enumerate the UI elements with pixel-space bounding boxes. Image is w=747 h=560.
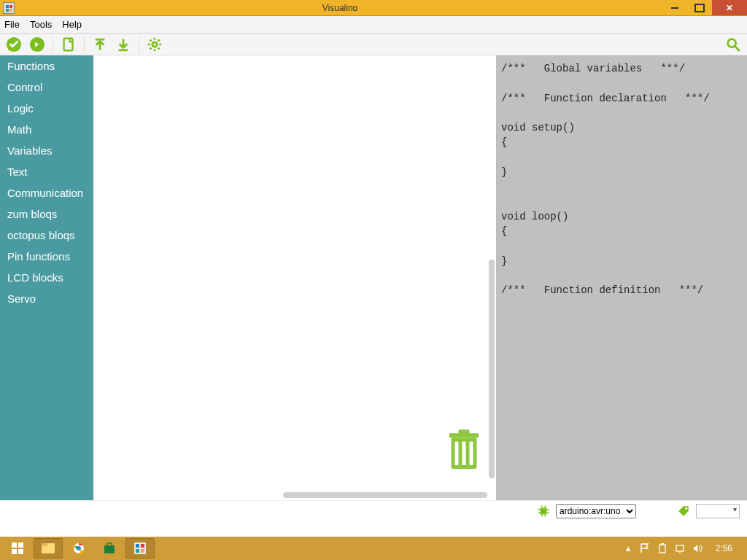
svg-rect-46 xyxy=(141,549,144,553)
taskbar-store-icon[interactable] xyxy=(95,538,124,559)
sidebar-item-variables[interactable]: Variables xyxy=(0,140,93,161)
taskbar-chrome-icon[interactable] xyxy=(64,538,93,559)
minimize-button[interactable] xyxy=(662,0,687,15)
window-titlebar: Visualino xyxy=(0,0,747,16)
block-canvas-container xyxy=(93,55,496,500)
svg-line-15 xyxy=(735,47,740,51)
toolbar-separator xyxy=(139,36,139,52)
svg-rect-43 xyxy=(136,544,139,548)
svg-rect-44 xyxy=(141,544,144,548)
svg-rect-49 xyxy=(676,545,684,551)
svg-point-31 xyxy=(685,507,687,509)
svg-rect-34 xyxy=(12,549,17,554)
sidebar-item-zum-bloqs[interactable]: zum bloqs xyxy=(0,203,93,225)
svg-line-12 xyxy=(150,48,151,50)
upload-arrow-icon[interactable] xyxy=(29,36,45,52)
tray-battery-icon[interactable] xyxy=(657,543,667,553)
tray-chevron-up-icon[interactable]: ▲ xyxy=(624,544,632,553)
menu-file[interactable]: File xyxy=(4,19,20,30)
svg-rect-33 xyxy=(18,542,23,548)
tray-volume-icon[interactable] xyxy=(692,543,703,553)
svg-rect-22 xyxy=(541,508,547,514)
sidebar-item-pin-functions[interactable]: Pin functions xyxy=(0,246,93,267)
toolbar xyxy=(0,34,747,55)
code-preview: /*** Global variables ***/ /*** Function… xyxy=(496,55,747,500)
svg-rect-3 xyxy=(96,39,105,41)
svg-rect-2 xyxy=(64,39,73,51)
sidebar-item-logic[interactable]: Logic xyxy=(0,98,93,119)
sidebar-item-servo[interactable]: Servo xyxy=(0,288,93,309)
maximize-button[interactable] xyxy=(687,0,712,15)
toolbar-separator xyxy=(53,36,53,52)
taskbar-explorer-icon[interactable] xyxy=(34,538,63,559)
svg-point-5 xyxy=(152,42,157,47)
tag-icon xyxy=(677,505,690,518)
system-tray: ▲ 2:56 xyxy=(624,543,744,553)
sidebar-item-octopus-bloqs[interactable]: octopus bloqs xyxy=(0,225,93,246)
menubar: File Tools Help xyxy=(0,16,747,34)
block-canvas[interactable] xyxy=(93,55,496,490)
svg-rect-19 xyxy=(470,442,473,466)
tray-flag-icon[interactable] xyxy=(640,543,650,553)
start-button[interactable] xyxy=(3,538,32,559)
toolbar-separator xyxy=(84,36,85,52)
sidebar-item-text[interactable]: Text xyxy=(0,161,93,182)
gear-icon[interactable] xyxy=(147,36,163,52)
sidebar-item-communication[interactable]: Communication xyxy=(0,182,93,203)
category-sidebar: Functions Control Logic Math Variables T… xyxy=(0,55,93,500)
canvas-horizontal-scrollbar[interactable] xyxy=(93,490,496,500)
upload-icon[interactable] xyxy=(92,36,108,52)
os-taskbar: ▲ 2:56 xyxy=(0,537,747,560)
taskbar-clock[interactable]: 2:56 xyxy=(710,543,738,553)
new-file-icon[interactable] xyxy=(61,36,77,52)
tray-network-icon[interactable] xyxy=(675,543,685,553)
main-area: Functions Control Logic Math Variables T… xyxy=(0,55,747,500)
board-chip-icon xyxy=(537,505,550,518)
app-icon xyxy=(3,2,15,14)
trash-icon[interactable] xyxy=(445,429,483,472)
svg-line-10 xyxy=(150,39,151,41)
svg-rect-32 xyxy=(12,542,17,548)
search-icon[interactable] xyxy=(725,36,741,52)
download-icon[interactable] xyxy=(115,36,131,52)
svg-rect-21 xyxy=(459,429,470,434)
menu-tools[interactable]: Tools xyxy=(30,19,52,30)
window-controls xyxy=(662,0,747,15)
window-footer-gap xyxy=(0,521,747,537)
svg-rect-41 xyxy=(107,543,112,546)
status-bar: arduino:avr:uno xyxy=(0,500,747,521)
svg-rect-18 xyxy=(462,442,466,466)
menu-help[interactable]: Help xyxy=(62,19,82,30)
board-select[interactable]: arduino:avr:uno xyxy=(556,504,636,518)
canvas-vertical-scrollbar[interactable] xyxy=(487,260,496,478)
svg-line-13 xyxy=(158,39,160,41)
svg-line-11 xyxy=(158,48,160,50)
svg-rect-47 xyxy=(659,545,665,553)
sidebar-item-functions[interactable]: Functions xyxy=(0,55,93,77)
sidebar-item-math[interactable]: Math xyxy=(0,119,93,140)
port-select[interactable] xyxy=(696,504,740,518)
svg-rect-45 xyxy=(136,549,139,553)
svg-rect-4 xyxy=(119,49,128,51)
sidebar-item-control[interactable]: Control xyxy=(0,77,93,98)
taskbar-visualino-icon[interactable] xyxy=(125,538,155,559)
verify-icon[interactable] xyxy=(6,36,22,52)
svg-rect-37 xyxy=(42,543,47,546)
window-title: Visualino xyxy=(18,3,662,13)
svg-rect-48 xyxy=(661,543,664,545)
close-button[interactable] xyxy=(712,0,747,15)
sidebar-item-lcd-blocks[interactable]: LCD blocks xyxy=(0,267,93,288)
svg-rect-17 xyxy=(455,442,459,466)
svg-rect-35 xyxy=(18,549,23,554)
